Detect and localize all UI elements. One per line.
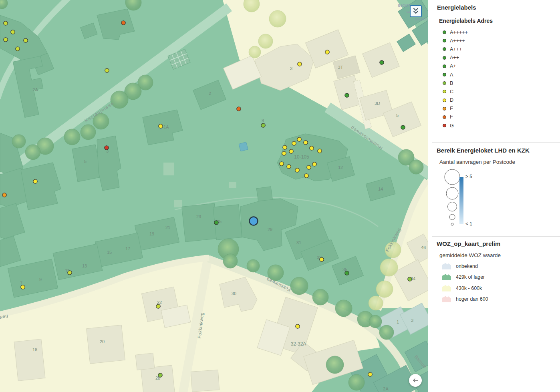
building-number-label: 32-32A — [291, 341, 306, 347]
energy-dot[interactable] — [280, 162, 284, 166]
energy-dot[interactable] — [214, 221, 218, 225]
panel-divider-vertical — [432, 0, 432, 392]
energy-dot[interactable] — [312, 162, 316, 166]
tree-icon — [379, 325, 394, 340]
building-number-label: 17 — [125, 246, 130, 251]
tree-icon — [81, 125, 96, 140]
building-number-label: 8 — [262, 118, 264, 123]
legend-item-label: B — [450, 80, 453, 86]
building-number-label: 20 — [100, 339, 105, 344]
building-number-label: 3 — [411, 318, 413, 323]
building-number-label: 46 — [421, 245, 426, 250]
building-number-label: 19 — [149, 231, 154, 236]
energy-dot[interactable] — [401, 125, 405, 129]
tree-icon — [64, 129, 80, 145]
energy-dot[interactable] — [282, 151, 286, 155]
energy-dot[interactable] — [368, 372, 372, 376]
legend-title-woz: WOZ_op_kaart_prelim — [437, 240, 500, 247]
woz-legend-item: onbekend — [442, 261, 488, 272]
energy-dot[interactable] — [295, 168, 299, 172]
energy-dot[interactable] — [156, 304, 160, 308]
energy-dot[interactable] — [283, 145, 287, 149]
back-button[interactable] — [409, 374, 422, 387]
legend-dot-icon — [443, 39, 446, 42]
energy-dot[interactable] — [304, 174, 308, 178]
building-number-label: 13 — [82, 263, 87, 268]
gradient-min-label: < 1 — [465, 221, 472, 227]
energy-dot[interactable] — [307, 165, 311, 169]
tree-icon — [348, 374, 365, 390]
legend-dot-icon — [443, 124, 446, 127]
legend-dot-icon — [443, 64, 446, 68]
energy-dot[interactable] — [68, 271, 72, 275]
energy-label-legend-list: A+++++A++++A+++A++A+ABCDEFG — [443, 28, 468, 130]
legend-item: A+ — [443, 62, 468, 70]
energy-dot[interactable] — [11, 30, 15, 34]
woz-swatch-icon — [442, 296, 451, 302]
energy-dot[interactable] — [289, 149, 293, 153]
energy-dot[interactable] — [408, 277, 412, 281]
energy-dot[interactable] — [261, 123, 265, 127]
energy-dot[interactable] — [320, 257, 324, 261]
left-arrow-icon — [412, 377, 419, 384]
energy-dot[interactable] — [159, 124, 163, 128]
energy-dot[interactable] — [292, 141, 296, 145]
legend-subtitle-energielabels-adres: Energielabels Adres — [439, 18, 493, 24]
legend-item-label: A++++ — [450, 38, 465, 44]
energy-dot[interactable] — [325, 50, 329, 54]
energy-dot[interactable] — [33, 179, 37, 183]
energy-dot[interactable] — [287, 165, 291, 169]
double-chevron-down-icon — [411, 7, 420, 16]
legend-item-label: E — [450, 106, 453, 111]
energy-dot[interactable] — [298, 62, 302, 66]
energy-dot[interactable] — [310, 146, 314, 150]
energy-dot[interactable] — [105, 68, 109, 72]
legend-item-label: F — [450, 114, 453, 120]
legend-collapse-button[interactable] — [410, 5, 422, 17]
woz-legend-list: onbekend429k of lager430k - 600khoger da… — [442, 261, 488, 305]
legend-dot-icon — [443, 56, 446, 60]
energy-dot[interactable] — [380, 60, 384, 64]
energy-dot[interactable] — [345, 93, 349, 97]
building-number-label: 23 — [196, 214, 201, 219]
energy-dot[interactable] — [318, 149, 322, 153]
energy-dot[interactable] — [158, 373, 162, 377]
legend-title-energielabels: Energielabels — [437, 4, 476, 11]
energy-dot[interactable] — [4, 38, 8, 42]
legend-item: G — [443, 121, 468, 130]
woz-legend-item: 430k - 600k — [442, 283, 488, 294]
legend-item-label: A+++ — [450, 46, 462, 52]
map-canvas[interactable]: 2A21-1A53810-105121423252119171513119729… — [0, 0, 428, 392]
legend-item-label: C — [450, 89, 453, 94]
building-number-label: 3T — [338, 65, 343, 70]
energy-dot[interactable] — [237, 107, 241, 111]
energy-dot[interactable] — [297, 137, 301, 141]
legend-item: B — [443, 79, 468, 87]
energy-dot[interactable] — [121, 21, 125, 25]
gis-app: 2A21-1A53810-105121423252119171513119729… — [0, 0, 560, 392]
energy-dot[interactable] — [296, 324, 300, 328]
energy-dot[interactable] — [304, 141, 308, 145]
energy-dot[interactable] — [4, 21, 8, 25]
tree-icon — [326, 356, 344, 374]
building-number-label: 21 — [165, 225, 170, 230]
legend-dot-icon — [443, 30, 446, 34]
legend-dot-icon — [443, 73, 446, 76]
building-number-label: 12 — [338, 165, 343, 170]
proportional-circle — [451, 223, 453, 225]
selected-energy-dot[interactable] — [250, 217, 258, 225]
energy-dot[interactable] — [24, 38, 28, 42]
energy-dot[interactable] — [21, 285, 25, 289]
proportional-circle — [446, 187, 458, 199]
energy-dot[interactable] — [105, 146, 109, 150]
energy-dot[interactable] — [2, 193, 6, 197]
building-number-label: 15 — [107, 250, 112, 255]
legend-item-label: A+++++ — [450, 30, 468, 35]
energy-dot[interactable] — [345, 271, 349, 275]
tree-icon — [111, 91, 128, 109]
map-container: 2A21-1A53810-105121423252119171513119729… — [0, 0, 428, 392]
tree-icon — [25, 145, 40, 160]
woz-swatch-icon — [442, 274, 451, 280]
building-number-label: 5 — [396, 113, 399, 118]
energy-dot[interactable] — [16, 47, 20, 51]
